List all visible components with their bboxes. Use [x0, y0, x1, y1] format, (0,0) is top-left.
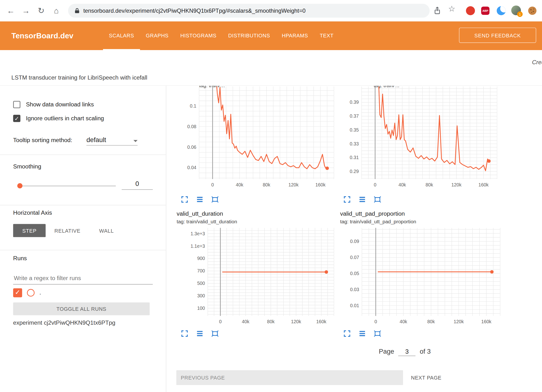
page-number-input[interactable]: [398, 348, 415, 356]
back-icon[interactable]: ←: [5, 0, 17, 21]
smoothing-row: Smoothing: [13, 163, 41, 170]
horizontal-axis-label: Horizontal Axis: [13, 209, 52, 216]
home-icon[interactable]: ⌂: [51, 0, 62, 21]
smoothing-value-input[interactable]: [122, 178, 153, 190]
tooltip-sorting-dropdown[interactable]: default: [86, 134, 138, 146]
axis-step-button[interactable]: STEP: [13, 224, 46, 237]
svg-text:0.1: 0.1: [190, 103, 196, 109]
runs-label: Runs: [13, 255, 27, 262]
chart-tag: tag: train/valid_utt_pad_proportion: [340, 219, 416, 224]
adblock-extension-icon[interactable]: [466, 6, 475, 15]
run-color-icon[interactable]: [27, 289, 35, 297]
svg-text:160k: 160k: [481, 319, 491, 324]
smoothing-label: Smoothing: [13, 163, 41, 170]
runs-filter-input[interactable]: [13, 272, 153, 284]
tab-histograms[interactable]: HISTOGRAMS: [174, 21, 222, 50]
expand-chart-icon[interactable]: [343, 330, 351, 337]
svg-text:120k: 120k: [291, 319, 301, 324]
next-page-button[interactable]: NEXT PAGE: [411, 370, 441, 385]
svg-text:80k: 80k: [267, 319, 275, 324]
svg-text:40k: 40k: [400, 319, 407, 324]
tab-text[interactable]: TEXT: [314, 21, 340, 50]
share-icon[interactable]: [433, 6, 442, 17]
chart-plot-3[interactable]: 1003005007009001.1e+31.3e+3040k80k120k16…: [190, 228, 336, 327]
chart-plot-1[interactable]: 0.040.060.080.1040k80k120k160k: [182, 86, 336, 190]
refresh-icon[interactable]: ↻: [35, 0, 47, 21]
axis-wall-button[interactable]: WALL: [93, 224, 120, 237]
subheader: Crea LSTM transducer training for LibriS…: [0, 50, 542, 85]
smoothing-slider[interactable]: [18, 186, 116, 186]
axis-relative-button[interactable]: RELATIVE: [49, 224, 85, 237]
show-download-checkbox[interactable]: [13, 101, 20, 108]
svg-text:0.35: 0.35: [350, 127, 359, 133]
blue-extension-detail: [500, 6, 506, 12]
sidebar-divider: [0, 205, 166, 205]
page-label: Page: [379, 348, 394, 355]
profile-avatar[interactable]: 1: [511, 6, 522, 16]
fit-domain-icon[interactable]: [211, 196, 219, 203]
expand-chart-icon[interactable]: [181, 330, 188, 337]
ignore-outliers-checkbox[interactable]: [13, 115, 20, 122]
svg-text:300: 300: [197, 293, 205, 298]
svg-text:0.07: 0.07: [350, 255, 359, 260]
experiment-description: LSTM transducer training for LibriSpeech…: [12, 74, 147, 81]
previous-page-button[interactable]: PREVIOUS PAGE: [176, 370, 403, 385]
tab-scalars[interactable]: SCALARS: [103, 21, 140, 50]
svg-text:0: 0: [211, 182, 214, 187]
star-icon[interactable]: ☆: [446, 0, 458, 19]
toggle-all-runs-button[interactable]: TOGGLE ALL RUNS: [13, 302, 150, 315]
svg-text:1.3e+3: 1.3e+3: [190, 231, 205, 236]
expand-chart-icon[interactable]: [343, 196, 351, 203]
app-header: TensorBoard.dev SCALARS GRAPHS HISTOGRAM…: [0, 21, 542, 50]
runs-list-icon[interactable]: [358, 196, 366, 203]
url-text[interactable]: tensorboard.dev/experiment/cj2vtPiwQHKN9…: [83, 7, 306, 14]
app-logo[interactable]: TensorBoard.dev: [12, 21, 74, 50]
svg-text:0.01: 0.01: [350, 303, 359, 308]
svg-text:900: 900: [197, 256, 205, 261]
forward-icon[interactable]: →: [20, 0, 32, 21]
runs-list-icon[interactable]: [196, 196, 204, 203]
page-total-label: of 3: [420, 348, 431, 355]
blue-extension-icon[interactable]: [497, 6, 506, 15]
chart-tag: tag: train/valid_utt_duration: [177, 219, 237, 224]
cookie-extension-icon[interactable]: [527, 6, 537, 17]
horizontal-axis-row: Horizontal Axis: [13, 209, 52, 216]
lock-icon[interactable]: [74, 8, 80, 14]
chevron-down-icon: [133, 140, 138, 142]
chart-title: valid_utt_pad_proportion: [340, 211, 416, 218]
svg-text:0: 0: [375, 319, 377, 324]
run-checkbox[interactable]: [13, 288, 22, 297]
tab-graphs[interactable]: GRAPHS: [140, 21, 174, 50]
abp-extension-icon[interactable]: ABP: [481, 6, 490, 15]
chart-plot-2[interactable]: 0.290.310.330.350.370.39040k80k120k160k: [344, 86, 499, 190]
smoothing-slider-thumb[interactable]: [17, 183, 23, 189]
tooltip-sorting-value: default: [86, 136, 106, 145]
chart-3-toolbar: [181, 330, 219, 337]
svg-text:1.1e+3: 1.1e+3: [190, 243, 205, 249]
ignore-outliers-label: Ignore outliers in chart scaling: [26, 115, 104, 122]
tab-distributions[interactable]: DISTRIBUTIONS: [222, 21, 276, 50]
truncated-created-text: Crea: [532, 59, 542, 66]
svg-text:120k: 120k: [451, 182, 461, 187]
charts-main-area: tag: train/… tag: train/… 0.040.060.080.…: [166, 85, 542, 392]
expand-chart-icon[interactable]: [181, 196, 188, 203]
svg-text:80k: 80k: [427, 319, 435, 324]
svg-text:0: 0: [219, 319, 222, 324]
svg-text:700: 700: [197, 268, 205, 273]
runs-list-icon[interactable]: [358, 330, 366, 337]
run-name-label: .: [39, 289, 41, 296]
chart-3-header: valid_utt_duration tag: train/valid_utt_…: [177, 211, 237, 225]
tab-hparams[interactable]: HPARAMS: [276, 21, 314, 50]
svg-text:0.31: 0.31: [350, 155, 359, 160]
url-bar[interactable]: tensorboard.dev/experiment/cj2vtPiwQHKN9…: [68, 4, 430, 18]
send-feedback-button[interactable]: SEND FEEDBACK: [459, 28, 536, 43]
fit-domain-icon[interactable]: [211, 330, 219, 337]
svg-text:40k: 40k: [242, 319, 249, 324]
fit-domain-icon[interactable]: [374, 330, 381, 337]
svg-text:0.33: 0.33: [350, 141, 359, 146]
page-root: ← → ↻ ⌂ tensorboard.dev/experiment/cj2vt…: [0, 0, 542, 392]
svg-text:0.03: 0.03: [350, 287, 359, 292]
chart-plot-4[interactable]: 0.010.030.050.070.09040k80k120k160k: [345, 228, 502, 327]
fit-domain-icon[interactable]: [374, 196, 381, 203]
runs-list-icon[interactable]: [196, 330, 204, 337]
